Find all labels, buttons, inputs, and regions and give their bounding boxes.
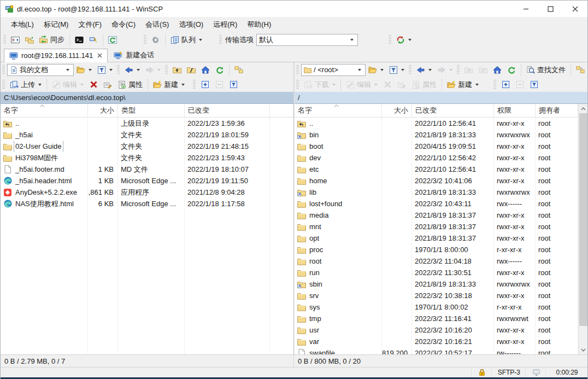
transfer-preset-combobox[interactable]: 默认: [256, 34, 358, 46]
refresh-session-button[interactable]: [105, 33, 120, 46]
local-properties-button[interactable]: 属性: [115, 78, 145, 92]
local-column-header-type[interactable]: 类型: [118, 104, 185, 117]
putty-button[interactable]: [86, 33, 101, 46]
remote-back-button[interactable]: [414, 63, 434, 77]
remote-open-directory-button[interactable]: [366, 63, 386, 77]
local-back-button[interactable]: [122, 63, 143, 77]
menu-item-2[interactable]: 文件(F): [73, 18, 107, 31]
remote-file-row[interactable]: lib2021/8/19 18:31:33rwxrwxrwxroot: [295, 186, 578, 198]
protocol-status[interactable]: SFTP-3: [492, 368, 526, 377]
menu-item-5[interactable]: 选项(O): [174, 18, 208, 31]
remote-file-row[interactable]: sys1970/1/1 8:00:02r-xr-xr-xroot: [295, 301, 578, 313]
remote-file-row[interactable]: media2021/8/19 18:31:37rwxr-xr-xroot: [295, 209, 578, 221]
transfer-settings-button[interactable]: [393, 33, 414, 46]
local-collapse-button[interactable]: [212, 78, 226, 91]
console-button[interactable]: [72, 33, 86, 46]
remote-rename-button[interactable]: [395, 78, 409, 91]
remote-forward-button[interactable]: [434, 63, 455, 77]
find-files-button[interactable]: 查找文件: [524, 63, 568, 77]
remote-filter-edit-button[interactable]: [527, 78, 541, 91]
remote-file-row[interactable]: srv2022/3/2 10:38:18rwxr-xr-xroot: [295, 290, 578, 301]
remote-file-row[interactable]: swapfile819,2002022/3/2 10:52:17rw------…: [295, 347, 578, 354]
local-refresh-button[interactable]: [213, 63, 227, 77]
close-button[interactable]: [563, 1, 587, 17]
scrollbar-thumb[interactable]: [579, 113, 587, 326]
remote-collapse-button[interactable]: [513, 78, 527, 91]
menu-item-3[interactable]: 命令(C): [107, 18, 140, 31]
remote-file-row[interactable]: opt2021/8/19 18:31:37rwxr-xr-xroot: [295, 232, 578, 244]
tab-session[interactable]: root@192.168.111.141: [4, 49, 108, 62]
local-filter-button[interactable]: [95, 63, 115, 77]
remote-file-row[interactable]: etc2022/1/10 12:56:41rwxr-xr-xroot: [295, 164, 578, 175]
remote-home-button[interactable]: [490, 63, 504, 77]
local-column-header-modified[interactable]: 已改变: [185, 104, 270, 117]
local-forward-button[interactable]: [143, 63, 163, 77]
local-delete-button[interactable]: [86, 78, 101, 91]
remote-path-bar[interactable]: /: [295, 92, 587, 104]
local-track-button[interactable]: [232, 63, 246, 77]
remote-parent-directory-button[interactable]: [462, 63, 476, 77]
minimize-button[interactable]: [514, 1, 538, 17]
remote-edit-button[interactable]: 编辑: [343, 78, 380, 92]
local-file-row[interactable]: ..上级目录2022/1/23 1:59:36: [1, 118, 293, 129]
session-duration[interactable]: 0:00:29: [546, 368, 587, 377]
remote-file-row[interactable]: tmp2022/3/2 11:16:41rwxrwxrwtroot: [295, 313, 578, 324]
remote-delete-button[interactable]: [380, 78, 395, 91]
local-file-row[interactable]: _h5ai文件夹2022/1/19 18:01:59: [1, 129, 293, 141]
remote-column-header-modified[interactable]: 已改变: [412, 104, 494, 117]
remote-file-row[interactable]: bin2021/8/19 18:31:33rwxrwxrwxroot: [295, 129, 578, 141]
local-file-row[interactable]: _h5ai.header.html1 KBMicrosoft Edge ...2…: [1, 175, 293, 186]
remote-new-button[interactable]: 新建: [444, 78, 481, 92]
encryption-status[interactable]: [472, 368, 492, 377]
local-file-row[interactable]: _h5ai.footer.md1 KBMD 文件2022/1/19 18:10:…: [1, 164, 293, 175]
synchronize-button[interactable]: 同步: [37, 33, 67, 47]
local-edit-button[interactable]: 编辑: [49, 78, 86, 92]
maximize-button[interactable]: [538, 1, 563, 17]
local-location-combobox[interactable]: 我的文档: [7, 64, 74, 76]
local-file-row[interactable]: NAS使用教程.html6 KBMicrosoft Edge ...2022/1…: [1, 198, 293, 209]
local-file-list[interactable]: ..上级目录2022/1/23 1:59:36_h5ai文件夹2022/1/19…: [1, 118, 293, 354]
local-open-directory-button[interactable]: [74, 63, 95, 77]
remote-refresh-button[interactable]: [504, 63, 519, 77]
local-column-header-size[interactable]: 大小: [88, 104, 118, 117]
scroll-up-icon[interactable]: [579, 104, 587, 113]
local-path-bar[interactable]: C:\Users\ecoo\Documents\dl.ecoo.top\: [1, 92, 293, 104]
local-filter-edit-button[interactable]: [226, 78, 240, 91]
remote-file-list[interactable]: ..2022/1/10 12:56:41rwxr-xr-xrootbin2021…: [295, 118, 578, 354]
remote-track-button[interactable]: [573, 63, 587, 77]
remote-file-row[interactable]: dev2022/1/10 12:56:42rwxr-xr-xroot: [295, 152, 578, 164]
remote-file-row[interactable]: usr2022/3/2 10:16:20rwxr-xr-xroot: [295, 324, 578, 336]
remote-expand-button[interactable]: [498, 78, 513, 91]
remote-file-row[interactable]: home2022/3/2 10:41:06rwxr-xr-xroot: [295, 175, 578, 186]
menu-item-6[interactable]: 远程(R): [208, 18, 242, 31]
remote-file-row[interactable]: run2022/3/2 11:30:51rwxr-xr-xroot: [295, 267, 578, 278]
local-file-row[interactable]: AnyDesk+5.2.2.exe2,861 KB应用程序2021/12/8 9…: [1, 186, 293, 198]
local-parent-directory-button[interactable]: [170, 63, 184, 77]
vertical-scrollbar[interactable]: [578, 104, 587, 354]
remote-location-combobox[interactable]: / <root>: [301, 64, 366, 76]
remote-filter-button[interactable]: [386, 63, 407, 77]
local-expand-button[interactable]: [198, 78, 212, 91]
tab-close-icon[interactable]: [97, 53, 102, 58]
queue-button[interactable]: 队列: [168, 33, 205, 47]
pane-layout-button[interactable]: [8, 33, 22, 46]
remote-column-header-perms[interactable]: 权限: [494, 104, 536, 117]
menu-item-7[interactable]: 帮助(H): [242, 18, 276, 31]
local-column-header-blank[interactable]: [270, 104, 293, 117]
remote-column-header-size[interactable]: 大小: [382, 104, 412, 117]
remote-file-row[interactable]: ..2022/1/10 12:56:41rwxr-xr-xroot: [295, 118, 578, 129]
download-button[interactable]: 下载: [301, 78, 338, 92]
remote-file-row[interactable]: mnt2021/8/19 18:31:37rwxr-xr-xroot: [295, 221, 578, 232]
remote-file-row[interactable]: proc1970/1/1 8:00:00r-xr-xr-xroot: [295, 244, 578, 255]
local-file-row[interactable]: Hi3798M固件文件夹2022/1/23 1:59:43: [1, 152, 293, 164]
remote-properties-button[interactable]: 属性: [409, 78, 439, 92]
remote-file-row[interactable]: var2022/3/2 10:16:21rwxr-xr-xroot: [295, 336, 578, 347]
tab-new-session[interactable]: 新建会话: [109, 48, 159, 62]
remote-file-row[interactable]: sbin2021/8/19 18:31:33rwxrwxrwxroot: [295, 278, 578, 290]
local-root-directory-button[interactable]: [184, 63, 198, 77]
scroll-down-icon[interactable]: [579, 345, 588, 354]
local-home-button[interactable]: [198, 63, 213, 77]
local-new-button[interactable]: 新建: [150, 78, 187, 92]
menu-item-1[interactable]: 标记(M): [39, 18, 74, 31]
menu-item-0[interactable]: 本地(L): [6, 18, 39, 31]
